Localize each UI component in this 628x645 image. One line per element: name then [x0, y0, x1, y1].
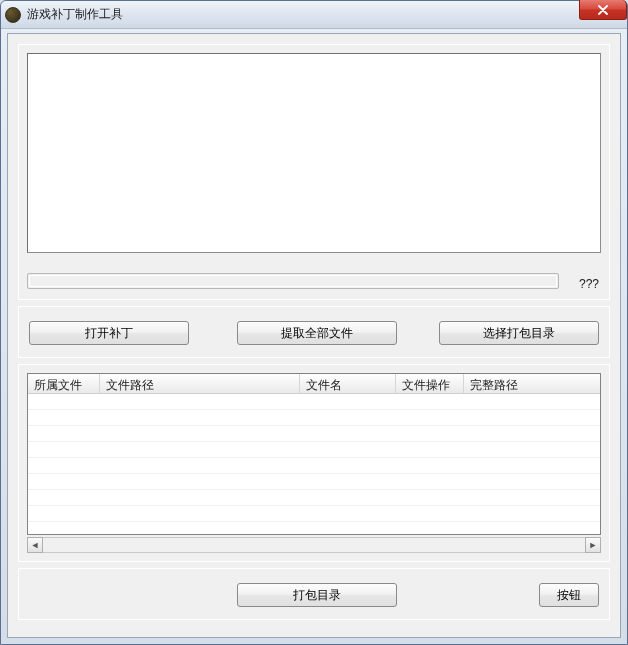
- table-row: [28, 506, 600, 522]
- log-textarea[interactable]: [27, 53, 601, 253]
- bottom-button-group: 打包目录 按钮: [18, 568, 610, 620]
- table-row: [28, 426, 600, 442]
- file-table[interactable]: 所属文件 文件路径 文件名 文件操作 完整路径: [27, 373, 601, 535]
- col-file-name[interactable]: 文件名: [300, 374, 396, 393]
- generic-button[interactable]: 按钮: [539, 583, 599, 607]
- table-row: [28, 394, 600, 410]
- pack-dir-button[interactable]: 打包目录: [237, 583, 397, 607]
- table-row: [28, 458, 600, 474]
- scroll-right-button[interactable]: ►: [585, 537, 601, 553]
- close-icon: [597, 5, 609, 15]
- scroll-track[interactable]: [42, 538, 586, 552]
- log-group: ???: [18, 44, 610, 300]
- progress-bar: [27, 273, 559, 289]
- horizontal-scrollbar[interactable]: ◄ ►: [27, 537, 601, 553]
- app-icon: [5, 7, 21, 23]
- close-button[interactable]: [579, 0, 627, 20]
- col-file-op[interactable]: 文件操作: [396, 374, 464, 393]
- client-area: ??? 打开补丁 提取全部文件 选择打包目录 所属文件 文件路径 文件名 文件操…: [7, 33, 621, 638]
- col-owner-file[interactable]: 所属文件: [28, 374, 100, 393]
- col-full-path[interactable]: 完整路径: [464, 374, 600, 393]
- app-window: 游戏补丁制作工具 ??? 打开补丁 提取全部文件 选择打包目录 所属文件 文件路…: [0, 0, 628, 645]
- col-file-path[interactable]: 文件路径: [100, 374, 300, 393]
- table-header: 所属文件 文件路径 文件名 文件操作 完整路径: [28, 374, 600, 394]
- table-row: [28, 442, 600, 458]
- table-row: [28, 522, 600, 534]
- window-title: 游戏补丁制作工具: [27, 6, 123, 23]
- table-row: [28, 474, 600, 490]
- table-body[interactable]: [28, 394, 600, 534]
- table-row: [28, 410, 600, 426]
- progress-label: ???: [579, 277, 599, 291]
- table-row: [28, 490, 600, 506]
- titlebar[interactable]: 游戏补丁制作工具: [1, 1, 627, 29]
- action-button-group: 打开补丁 提取全部文件 选择打包目录: [18, 306, 610, 358]
- scroll-left-button[interactable]: ◄: [27, 537, 43, 553]
- extract-all-button[interactable]: 提取全部文件: [237, 321, 397, 345]
- select-pack-dir-button[interactable]: 选择打包目录: [439, 321, 599, 345]
- file-table-group: 所属文件 文件路径 文件名 文件操作 完整路径: [18, 364, 610, 562]
- open-patch-button[interactable]: 打开补丁: [29, 321, 189, 345]
